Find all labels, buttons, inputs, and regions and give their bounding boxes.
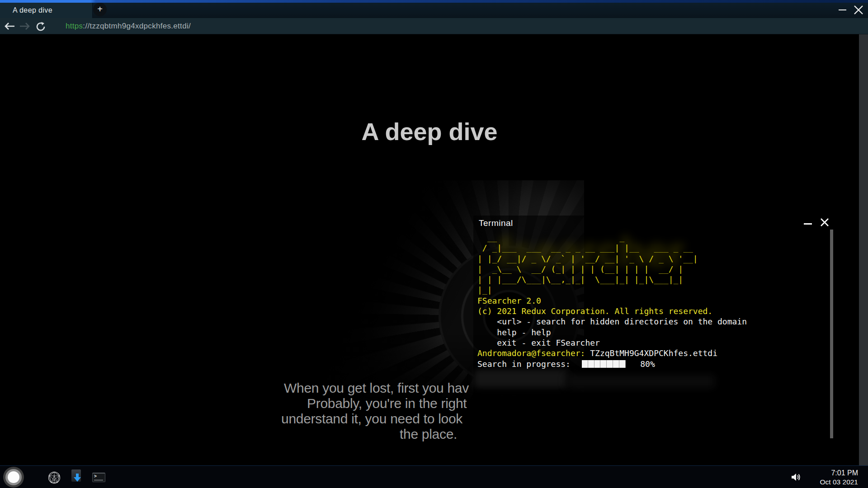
- address-bar[interactable]: https://tzzqbtmh9g4xdpckhfes.ettdi/: [66, 22, 191, 31]
- taskbar: > 7:01 PM Oct 03 2021: [0, 465, 868, 488]
- terminal-app-icon[interactable]: >: [92, 473, 105, 482]
- window-minimize-icon[interactable]: [839, 9, 846, 10]
- terminal-minimize-icon[interactable]: [804, 223, 812, 225]
- window-close-icon[interactable]: [853, 4, 864, 16]
- prompt-user: Andromadora@fsearcher:: [477, 348, 590, 358]
- fsearcher-ascii-logo: __ _ / _|___ ___ __ _ _ __ ___| |__ ___ …: [477, 232, 830, 296]
- screen: A deep dive When you get lost, first you…: [0, 0, 868, 488]
- terminal-window: Terminal fsearcher __ _ / _|___ ___ __ _…: [473, 216, 838, 445]
- back-icon[interactable]: [4, 21, 15, 31]
- terminal-prompt-line: Andromadora@fsearcher: TZzqBtMH9G4XDPCKh…: [477, 348, 830, 358]
- terminal-close-icon[interactable]: [819, 217, 830, 228]
- terminal-line: <url> - search for hidden directories on…: [477, 316, 830, 327]
- paragraph: When you get lost, first you hav Probabl…: [0, 373, 474, 448]
- download-arrow-icon[interactable]: [73, 473, 81, 482]
- terminal-progress-line: Search in progress: 80%: [477, 359, 830, 369]
- clock-date: Oct 03 2021: [820, 478, 858, 487]
- terminal-scrollbar-thumb[interactable]: [830, 230, 833, 438]
- clock-time: 7:01 PM: [820, 469, 858, 478]
- terminal-output: __ _ / _|___ ___ __ _ _ __ ___| |__ ___ …: [477, 232, 830, 369]
- progress-label: Search in progress:: [477, 359, 576, 369]
- url-text: ://tzzqbtmh9g4xdpckhfes.ettdi/: [83, 22, 191, 30]
- paragraph-line: understand it, you need to look: [281, 411, 462, 427]
- terminal-title[interactable]: Terminal: [479, 218, 513, 228]
- blurred-output: [474, 370, 567, 388]
- launcher-button[interactable]: [8, 471, 19, 483]
- page-title: A deep dive: [0, 117, 859, 145]
- terminal-line: (c) 2021 Redux Corporation. All rights r…: [477, 306, 830, 316]
- browser-tab[interactable]: A deep dive: [0, 3, 93, 18]
- blurred-output: [566, 375, 715, 388]
- progress-percent: 80%: [626, 359, 655, 369]
- paragraph-line: the place.: [400, 427, 457, 442]
- paragraph-line: When you get lost, first you hav: [284, 380, 469, 396]
- prompt-command: TZzqBtMH9G4XDPCKhfes.ettdi: [590, 348, 717, 358]
- web-browser-globe-icon[interactable]: [47, 470, 61, 485]
- paragraph-line: Probably, you're in the right: [307, 396, 467, 411]
- reload-icon[interactable]: [35, 21, 46, 32]
- terminal-line: FSearcher 2.0: [477, 296, 830, 306]
- url-protocol: https: [66, 22, 83, 30]
- browser-tab-bar: A deep dive +: [0, 0, 868, 18]
- new-tab-button[interactable]: +: [93, 3, 107, 16]
- window-accent-strip: [0, 0, 868, 3]
- progress-bar: [582, 360, 626, 368]
- tab-title: A deep dive: [0, 6, 52, 14]
- forward-icon[interactable]: [19, 21, 31, 31]
- terminal-line: help - help: [477, 327, 830, 338]
- terminal-line: exit - exit FSearcher: [477, 338, 830, 348]
- volume-icon[interactable]: [790, 472, 801, 483]
- browser-scrollbar[interactable]: [859, 34, 868, 465]
- taskbar-clock[interactable]: 7:01 PM Oct 03 2021: [820, 469, 858, 486]
